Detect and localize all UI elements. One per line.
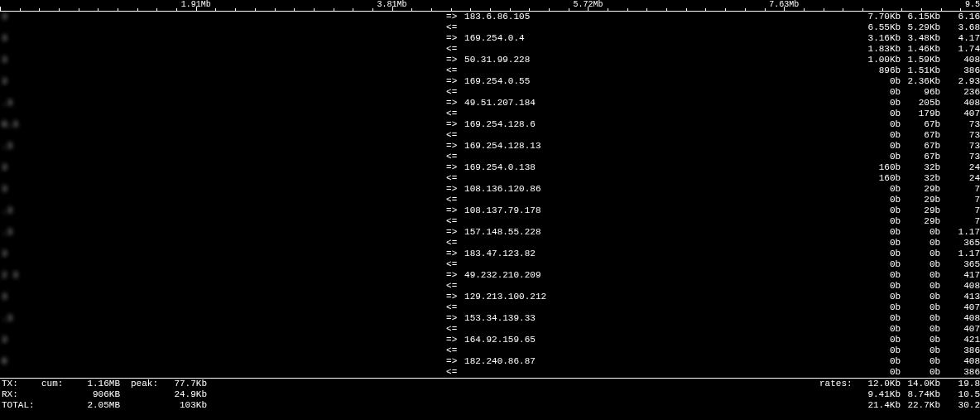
rate-10s: 0b bbox=[901, 281, 940, 292]
connection-row-tx: .3=>49.51.207.1840b205b408 bbox=[0, 98, 980, 109]
arrow-out-icon: => bbox=[446, 141, 464, 152]
rate-40s: 421 bbox=[940, 335, 980, 345]
rx-rate-10s: 8.74Kb bbox=[901, 389, 940, 400]
local-host: 0.3 bbox=[0, 119, 446, 130]
remote-host: 183.6.86.105 bbox=[464, 12, 861, 22]
arrow-in-icon: <= bbox=[446, 130, 464, 141]
connection-row-tx: 3=>183.6.86.1057.70Kb6.15Kb6.16 bbox=[0, 12, 980, 22]
rate-2s: 0b bbox=[861, 184, 901, 195]
arrow-in-icon: <= bbox=[446, 238, 464, 249]
rate-10s: 0b bbox=[901, 270, 940, 281]
connection-row-tx: 6=>182.240.86.870b0b408 bbox=[0, 356, 980, 367]
rate-2s: 0b bbox=[861, 259, 901, 270]
rate-40s: 7 bbox=[940, 205, 980, 216]
local-host: .3 bbox=[0, 98, 446, 109]
rate-2s: 7.70Kb bbox=[861, 12, 901, 22]
rate-10s: 0b bbox=[901, 313, 940, 324]
arrow-in-icon: <= bbox=[446, 65, 464, 76]
rx-rate-2s: 9.41Kb bbox=[861, 389, 901, 400]
rate-40s: 73 bbox=[940, 152, 980, 162]
local-host: .3 bbox=[0, 313, 446, 324]
rate-40s: 236 bbox=[940, 87, 980, 98]
rate-2s: 0b bbox=[861, 335, 901, 345]
rate-10s: 29b bbox=[901, 195, 940, 205]
rate-2s: 0b bbox=[861, 141, 901, 152]
rate-40s: 1.74 bbox=[940, 44, 980, 55]
rate-10s: 32b bbox=[901, 173, 940, 184]
rate-10s: 0b bbox=[901, 302, 940, 313]
arrow-in-icon: <= bbox=[446, 281, 464, 292]
connection-row-rx: <=0b67b73 bbox=[0, 130, 980, 141]
rate-2s: 0b bbox=[861, 270, 901, 281]
arrow-out-icon: => bbox=[446, 98, 464, 109]
connection-row-rx: <=0b29b7 bbox=[0, 216, 980, 227]
arrow-out-icon: => bbox=[446, 205, 464, 216]
local-host: .3 bbox=[0, 141, 446, 152]
rx-cum-value: 906KB bbox=[74, 389, 120, 400]
rate-2s: 0b bbox=[861, 98, 901, 109]
rate-10s: 0b bbox=[901, 324, 940, 335]
rates-label: rates: bbox=[819, 379, 861, 389]
rate-10s: 0b bbox=[901, 292, 940, 302]
rate-40s: 3.68 bbox=[940, 22, 980, 33]
arrow-out-icon: => bbox=[446, 270, 464, 281]
rate-10s: 0b bbox=[901, 367, 940, 376]
arrow-in-icon: <= bbox=[446, 44, 464, 55]
arrow-out-icon: => bbox=[446, 227, 464, 238]
remote-host: 108.136.120.86 bbox=[464, 184, 861, 195]
connection-row-rx: <=0b0b407 bbox=[0, 324, 980, 335]
connection-row-tx: 3=>169.254.0.138160b32b24 bbox=[0, 162, 980, 173]
rate-10s: 96b bbox=[901, 87, 940, 98]
arrow-in-icon: <= bbox=[446, 345, 464, 356]
rate-2s: 1.83Kb bbox=[861, 44, 901, 55]
local-host: 3 bbox=[0, 33, 446, 44]
arrow-in-icon: <= bbox=[446, 22, 464, 33]
rate-40s: 407 bbox=[940, 324, 980, 335]
rate-40s: 417 bbox=[940, 270, 980, 281]
remote-host: 49.232.210.209 bbox=[464, 270, 861, 281]
connection-row-rx: <=0b0b408 bbox=[0, 281, 980, 292]
rate-10s: 1.59Kb bbox=[901, 55, 940, 65]
connection-row-rx: <=0b0b386 bbox=[0, 345, 980, 356]
rate-40s: 73 bbox=[940, 119, 980, 130]
connection-row-rx: <=6.55Kb5.29Kb3.68 bbox=[0, 22, 980, 33]
rate-2s: 0b bbox=[861, 227, 901, 238]
connection-row-tx: 3=>129.213.100.2120b0b413 bbox=[0, 292, 980, 302]
rate-10s: 0b bbox=[901, 259, 940, 270]
rate-10s: 67b bbox=[901, 119, 940, 130]
connection-row-rx: <=0b0b386 bbox=[0, 367, 980, 376]
remote-host: 169.254.128.6 bbox=[464, 119, 861, 130]
rate-2s: 3.16Kb bbox=[861, 33, 901, 44]
connection-row-tx: 0.3=>169.254.128.60b67b73 bbox=[0, 119, 980, 130]
remote-host: 157.148.55.228 bbox=[464, 227, 861, 238]
rate-2s: 160b bbox=[861, 173, 901, 184]
local-host: 3 bbox=[0, 249, 446, 259]
rate-2s: 0b bbox=[861, 130, 901, 141]
rate-40s: 1.17 bbox=[940, 249, 980, 259]
rate-10s: 6.15Kb bbox=[901, 12, 940, 22]
rate-2s: 0b bbox=[861, 302, 901, 313]
rate-40s: 408 bbox=[940, 55, 980, 65]
arrow-in-icon: <= bbox=[446, 87, 464, 98]
rate-2s: 0b bbox=[861, 324, 901, 335]
rate-10s: 5.29Kb bbox=[901, 22, 940, 33]
rate-40s: 73 bbox=[940, 141, 980, 152]
remote-host: 169.254.0.138 bbox=[464, 162, 861, 173]
local-host: 2 3 bbox=[0, 270, 446, 281]
connection-row-tx: .3=>153.34.139.330b0b408 bbox=[0, 313, 980, 324]
rate-10s: 32b bbox=[901, 162, 940, 173]
rate-10s: 205b bbox=[901, 98, 940, 109]
total-rate-40s: 30.2 bbox=[940, 400, 980, 411]
local-host: 3 bbox=[0, 12, 446, 22]
rate-10s: 1.46Kb bbox=[901, 44, 940, 55]
rate-10s: 67b bbox=[901, 130, 940, 141]
rate-40s: 1.17 bbox=[940, 227, 980, 238]
rate-10s: 29b bbox=[901, 216, 940, 227]
rate-10s: 3.48Kb bbox=[901, 33, 940, 44]
connection-row-rx: <=0b179b407 bbox=[0, 109, 980, 119]
local-host: 3 bbox=[0, 162, 446, 173]
connection-row-tx: 3=>108.136.120.860b29b7 bbox=[0, 184, 980, 195]
connection-row-rx: <=160b32b24 bbox=[0, 173, 980, 184]
arrow-in-icon: <= bbox=[446, 109, 464, 119]
rate-2s: 0b bbox=[861, 119, 901, 130]
